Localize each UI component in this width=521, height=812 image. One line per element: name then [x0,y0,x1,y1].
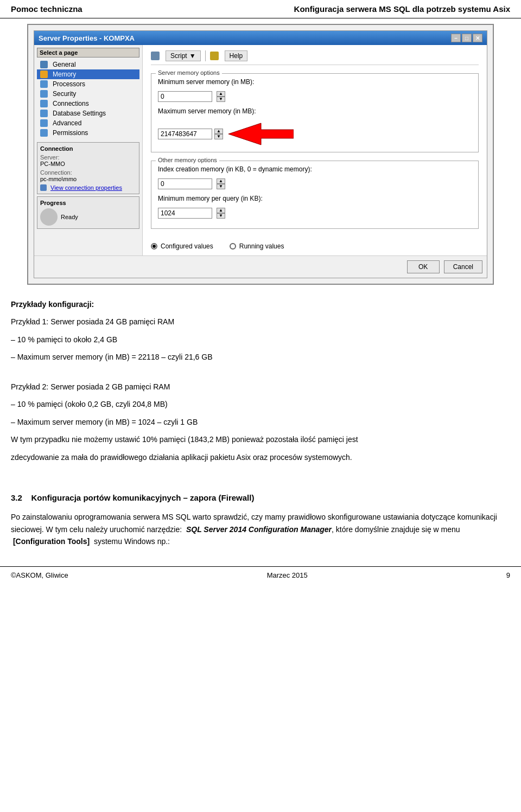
section-32-heading: 3.2 Konfiguracja portów komunikacyjnych … [11,491,510,504]
right-panel: Script ▼ Help Server memory options Mi [143,45,487,255]
example2-note1: W tym przypadku nie możemy ustawić 10% p… [11,433,510,445]
min-memory-row: Minimum server memory (in MB): [158,78,472,86]
footer-center: Marzec 2015 [267,571,308,579]
min-query-label: Minimum memory per query (in KB): [158,195,472,202]
screenshot-container: Server Properties - KOMPXA – □ ✕ Select … [27,24,494,285]
index-memory-row: Index creation memory (in KB, 0 = dynami… [158,165,472,173]
left-panel: Select a page General Memory Processors [34,45,143,255]
max-memory-label: Maximum server memory (in MB): [158,107,472,115]
dialog-body: Select a page General Memory Processors [34,45,487,255]
example2-line3: – Maximum server memory (in MB) = 1024 –… [11,416,510,428]
page-footer: ©ASKOM, Gliwice Marzec 2015 9 [0,566,521,584]
view-connection-link[interactable]: View connection properties [50,184,122,191]
svg-marker-0 [228,123,294,145]
min-memory-label: Minimum server memory (in MB): [158,78,472,86]
max-memory-input-container: ▲ ▼ [158,120,472,148]
min-query-spinbox: ▲ ▼ [217,208,225,219]
toolbar: Script ▼ Help [151,50,479,65]
database-settings-icon [40,110,48,117]
connections-icon [40,100,48,107]
connection-section-title: Connection [40,145,136,152]
min-query-input-row: ▲ ▼ [158,208,472,219]
server-memory-group: Server memory options Minimum server mem… [151,73,479,152]
min-query-input[interactable] [158,208,212,219]
permissions-icon [40,129,48,137]
min-memory-spin-down[interactable]: ▼ [217,97,225,102]
max-memory-spinbox: ▲ ▼ [214,129,223,139]
index-memory-input[interactable] [158,178,212,189]
min-memory-spin-up[interactable]: ▲ [217,91,225,97]
examples-heading: Przykłady konfiguracji: [11,298,510,310]
other-memory-group: Other memory options Index creation memo… [151,161,479,229]
progress-icon [40,208,58,226]
general-icon [40,61,48,68]
nav-item-database-settings[interactable]: Database Settings [37,108,139,118]
toolbar-divider [205,50,206,61]
running-values-label: Running values [239,242,284,250]
running-values-option[interactable]: Running values [230,242,284,250]
max-memory-spin-down[interactable]: ▼ [214,134,223,139]
example1-line1: Przykład 1: Serwer posiada 24 GB pamięci… [11,316,510,328]
configured-values-label: Configured values [161,242,213,250]
index-memory-label: Index creation memory (in KB, 0 = dynami… [158,165,472,173]
page-header: Pomoc techniczna Konfiguracja serwera MS… [0,0,521,18]
server-memory-label: Server memory options [156,69,222,76]
min-memory-spinbox: ▲ ▼ [217,91,225,102]
max-memory-input[interactable] [158,129,212,139]
nav-section-title: Select a page [37,48,139,57]
footer-left: ©ASKOM, Gliwice [11,571,68,579]
configured-values-option[interactable]: Configured values [151,242,213,250]
progress-status: Ready [61,214,78,220]
example2-line2: – 10 % pamięci (około 0,2 GB, czyli 204,… [11,398,510,410]
index-memory-input-row: ▲ ▼ [158,178,472,189]
memory-icon [40,71,48,78]
header-left: Pomoc techniczna [11,4,82,14]
index-memory-spinbox: ▲ ▼ [217,178,225,189]
example2-line1: Przykład 2: Serwer posiada 2 GB pamięci … [11,381,510,393]
other-memory-label: Other memory options [156,157,219,163]
min-memory-input[interactable] [158,91,212,102]
nav-item-advanced[interactable]: Advanced [37,118,139,128]
script-button[interactable]: Script ▼ [166,50,201,61]
close-button[interactable]: ✕ [473,34,482,42]
ok-button[interactable]: OK [407,260,440,273]
radio-row: Configured values Running values [151,237,479,250]
dialog-title: Server Properties - KOMPXA [39,34,135,42]
script-dropdown-icon: ▼ [189,52,196,60]
help-button[interactable]: Help [225,50,248,61]
red-arrow-indicator [228,120,294,148]
min-memory-input-row: ▲ ▼ [158,91,472,102]
index-memory-spin-up[interactable]: ▲ [217,178,225,184]
cancel-button[interactable]: Cancel [444,260,482,273]
footer-right: 9 [506,571,510,579]
minimize-button[interactable]: – [451,34,461,42]
running-radio[interactable] [230,243,236,250]
min-query-spin-up[interactable]: ▲ [217,208,225,213]
nav-item-connections[interactable]: Connections [37,99,139,108]
nav-item-memory[interactable]: Memory [37,69,139,79]
configured-radio[interactable] [151,243,157,250]
dialog-titlebar: Server Properties - KOMPXA – □ ✕ [34,31,487,45]
advanced-icon [40,119,48,127]
restore-button[interactable]: □ [462,34,472,42]
index-memory-spin-down[interactable]: ▼ [217,184,225,189]
connection-value: pc-mmo\mmo [40,176,136,182]
nav-item-permissions[interactable]: Permissions [37,128,139,138]
min-query-spin-down[interactable]: ▼ [217,213,225,219]
example1-line2: – 10 % pamięci to około 2,4 GB [11,334,510,346]
nav-item-security[interactable]: Security [37,89,139,99]
max-memory-spin-up[interactable]: ▲ [214,129,223,134]
progress-section: Progress Ready [37,196,139,229]
processors-icon [40,80,48,88]
script-icon [151,52,160,60]
example1-line3: – Maximum server memory (in MB) = 22118 … [11,351,510,363]
nav-section: Select a page General Memory Processors [37,48,139,138]
security-icon [40,90,48,98]
dialog-window: Server Properties - KOMPXA – □ ✕ Select … [34,30,487,278]
connection-section: Connection Server: PC-MMO Connection: pc… [37,142,139,194]
nav-item-general[interactable]: General [37,60,139,69]
nav-item-processors[interactable]: Processors [37,79,139,89]
section32-para1: Po zainstalowaniu oprogramowania serwera… [11,511,510,547]
header-right: Konfiguracja serwera MS SQL dla potrzeb … [294,4,510,14]
dialog-footer: OK Cancel [34,255,487,278]
